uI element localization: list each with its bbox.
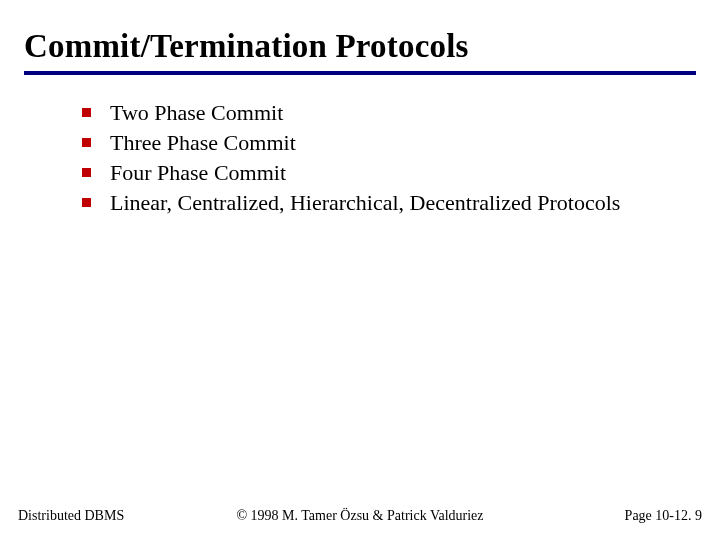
bullet-text: Linear, Centralized, Hierarchical, Decen… bbox=[110, 190, 620, 215]
bullet-square-icon bbox=[82, 138, 91, 147]
slide-title: Commit/Termination Protocols bbox=[24, 28, 696, 65]
bullet-text: Two Phase Commit bbox=[110, 100, 283, 125]
title-rule bbox=[24, 71, 696, 75]
list-item: Two Phase Commit bbox=[82, 99, 642, 127]
slide: Commit/Termination Protocols Two Phase C… bbox=[0, 0, 720, 540]
list-item: Three Phase Commit bbox=[82, 129, 642, 157]
bullet-text: Three Phase Commit bbox=[110, 130, 296, 155]
footer-center: © 1998 M. Tamer Özsu & Patrick Valduriez bbox=[0, 508, 720, 524]
bullet-list: Two Phase Commit Three Phase Commit Four… bbox=[24, 99, 696, 218]
list-item: Linear, Centralized, Hierarchical, Decen… bbox=[82, 189, 642, 217]
list-item: Four Phase Commit bbox=[82, 159, 642, 187]
bullet-square-icon bbox=[82, 108, 91, 117]
bullet-square-icon bbox=[82, 198, 91, 207]
bullet-text: Four Phase Commit bbox=[110, 160, 286, 185]
bullet-square-icon bbox=[82, 168, 91, 177]
footer: © 1998 M. Tamer Özsu & Patrick Valduriez… bbox=[0, 508, 720, 524]
